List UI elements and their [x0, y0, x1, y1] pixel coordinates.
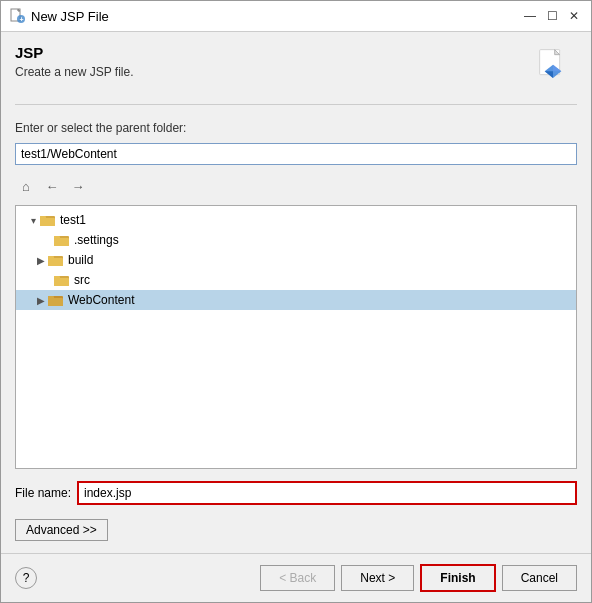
close-button[interactable]: ✕ — [565, 7, 583, 25]
back-button[interactable]: ← — [41, 175, 63, 197]
folder-tree: ▾ test1 — [15, 205, 577, 469]
tree-label-test1: test1 — [60, 213, 86, 227]
svg-rect-29 — [48, 298, 63, 306]
folder-input[interactable] — [15, 143, 577, 165]
file-name-label: File name: — [15, 486, 71, 500]
home-button[interactable]: ⌂ — [15, 175, 37, 197]
section-title: JSP — [15, 44, 134, 61]
expand-icon-webcontent: ▶ — [34, 295, 48, 306]
folder-icon-webcontent — [48, 292, 64, 308]
new-file-icon: + — [9, 8, 25, 24]
titlebar: + New JSP File — ☐ ✕ — [1, 1, 591, 32]
folder-icon-settings — [54, 232, 70, 248]
svg-rect-17 — [40, 218, 55, 226]
maximize-button[interactable]: ☐ — [543, 7, 561, 25]
advanced-button[interactable]: Advanced >> — [15, 519, 108, 541]
dialog-window: + New JSP File — ☐ ✕ JSP Create a new JS… — [0, 0, 592, 603]
svg-rect-26 — [54, 278, 69, 286]
folder-icon-build — [48, 252, 64, 268]
main-content: JSP Create a new JSP file. — [1, 32, 591, 553]
forward-button[interactable]: → — [67, 175, 89, 197]
titlebar-title: New JSP File — [31, 9, 109, 24]
tree-item-src[interactable]: src — [16, 270, 576, 290]
folder-toolbar: ⌂ ← → — [15, 175, 577, 197]
back-button[interactable]: < Back — [260, 565, 335, 591]
expand-icon-test1: ▾ — [26, 215, 40, 226]
folder-icon-src — [54, 272, 70, 288]
footer-left: ? — [15, 567, 37, 589]
titlebar-left: + New JSP File — [9, 8, 109, 24]
file-name-input[interactable] — [77, 481, 577, 505]
tree-item-build[interactable]: ▶ build — [16, 250, 576, 270]
finish-button[interactable]: Finish — [420, 564, 495, 592]
minimize-button[interactable]: — — [521, 7, 539, 25]
tree-label-src: src — [74, 273, 90, 287]
cancel-button[interactable]: Cancel — [502, 565, 577, 591]
tree-item-settings[interactable]: .settings — [16, 230, 576, 250]
header-section: JSP Create a new JSP file. — [15, 44, 577, 92]
svg-rect-23 — [48, 258, 63, 266]
tree-item-webcontent[interactable]: ▶ WebContent — [16, 290, 576, 310]
svg-text:+: + — [20, 16, 24, 23]
help-button[interactable]: ? — [15, 567, 37, 589]
header-text: JSP Create a new JSP file. — [15, 44, 134, 79]
tree-label-settings: .settings — [74, 233, 119, 247]
tree-item-test1[interactable]: ▾ test1 — [16, 210, 576, 230]
folder-label: Enter or select the parent folder: — [15, 121, 577, 135]
footer-right: < Back Next > Finish Cancel — [260, 564, 577, 592]
file-name-row: File name: — [15, 481, 577, 505]
jsp-wizard-icon — [533, 48, 573, 88]
titlebar-buttons: — ☐ ✕ — [521, 7, 583, 25]
header-divider — [15, 104, 577, 105]
section-description: Create a new JSP file. — [15, 65, 134, 79]
footer: ? < Back Next > Finish Cancel — [1, 553, 591, 602]
svg-rect-20 — [54, 238, 69, 246]
expand-icon-build: ▶ — [34, 255, 48, 266]
next-button[interactable]: Next > — [341, 565, 414, 591]
tree-label-build: build — [68, 253, 93, 267]
project-icon-test1 — [40, 212, 56, 228]
tree-label-webcontent: WebContent — [68, 293, 135, 307]
header-icon-box — [529, 44, 577, 92]
